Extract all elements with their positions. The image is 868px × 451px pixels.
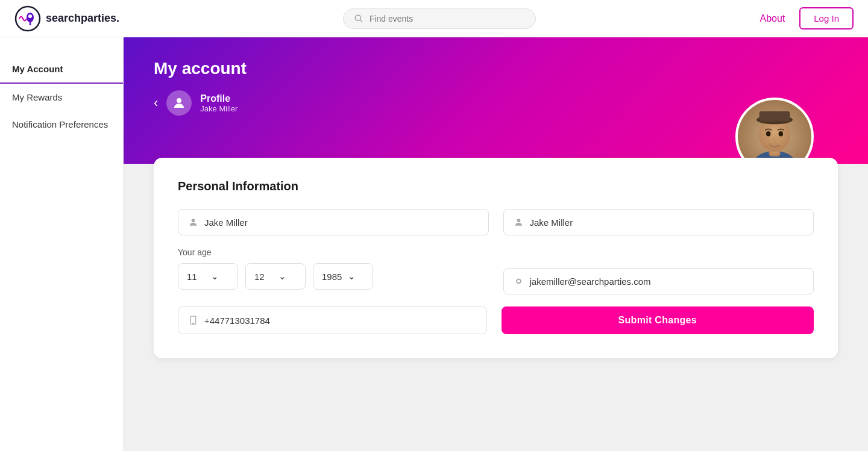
account-banner-title: My account	[154, 59, 838, 78]
svg-point-13	[192, 219, 195, 222]
header: searchparties. About Log In	[0, 0, 868, 37]
svg-point-11	[766, 131, 771, 136]
age-row: 11 ⌄ 12 ⌄ 1985 ⌄	[178, 263, 489, 290]
age-label: Your age	[178, 247, 489, 257]
first-name-input[interactable]	[204, 217, 479, 228]
person-icon-first	[188, 217, 198, 228]
main-content: My account ‹ Profile Jake Miller	[124, 37, 868, 451]
logo-area: searchparties.	[14, 5, 119, 32]
svg-point-2	[28, 14, 32, 18]
sidebar-item-my-account[interactable]: My Account	[0, 55, 123, 84]
person-icon-last	[514, 217, 524, 228]
logo-icon	[14, 5, 41, 32]
profile-username: Jake Miller	[200, 104, 237, 113]
chevron-down-year-icon: ⌄	[348, 271, 364, 282]
chevron-down-month-icon: ⌄	[278, 271, 297, 282]
chevron-down-day-icon: ⌄	[211, 271, 229, 282]
bottom-row: Submit Changes	[178, 306, 814, 334]
email-input[interactable]	[529, 276, 804, 287]
search-icon	[354, 14, 363, 23]
age-day-select[interactable]: 11 ⌄	[178, 263, 238, 290]
profile-label: Profile	[200, 93, 237, 104]
header-right: About Log In	[760, 7, 854, 30]
age-year-value: 1985	[322, 272, 342, 282]
svg-rect-10	[760, 111, 790, 122]
age-month-value: 12	[254, 272, 272, 282]
sidebar-item-my-rewards[interactable]: My Rewards	[0, 84, 123, 111]
content-area: Personal Information	[124, 164, 868, 451]
account-banner: My account ‹ Profile Jake Miller	[124, 37, 868, 164]
first-name-col	[178, 209, 489, 235]
account-circle-icon	[172, 96, 186, 110]
at-icon	[514, 276, 524, 287]
svg-point-12	[779, 131, 784, 136]
age-col: Your age 11 ⌄ 12 ⌄ 1985	[178, 247, 489, 294]
back-button[interactable]: ‹	[154, 96, 158, 110]
app-layout: My Account My Rewards Notification Prefe…	[0, 0, 868, 451]
last-name-input[interactable]	[529, 217, 804, 228]
email-field[interactable]	[503, 268, 814, 294]
svg-point-14	[517, 219, 520, 222]
phone-field[interactable]	[178, 306, 487, 334]
login-button[interactable]: Log In	[799, 7, 854, 30]
age-year-select[interactable]: 1985 ⌄	[313, 263, 373, 290]
phone-icon	[188, 315, 198, 326]
last-name-field[interactable]	[503, 209, 814, 235]
search-bar[interactable]	[343, 8, 536, 29]
last-name-col	[503, 209, 814, 235]
age-email-row: Your age 11 ⌄ 12 ⌄ 1985	[178, 247, 814, 294]
svg-point-16	[193, 323, 193, 323]
sidebar-item-notification-preferences[interactable]: Notification Preferences	[0, 111, 123, 138]
profile-info: Profile Jake Miller	[200, 93, 237, 113]
first-name-field[interactable]	[178, 209, 489, 235]
phone-input[interactable]	[204, 316, 477, 326]
about-link[interactable]: About	[760, 13, 785, 24]
email-col	[503, 247, 814, 294]
form-card: Personal Information	[154, 158, 838, 358]
search-input[interactable]	[370, 14, 524, 23]
form-title: Personal Information	[178, 179, 814, 193]
age-month-select[interactable]: 12 ⌄	[245, 263, 306, 290]
logo-text: searchparties.	[46, 12, 119, 25]
sidebar: My Account My Rewards Notification Prefe…	[0, 37, 124, 451]
age-day-value: 11	[187, 272, 205, 282]
profile-icon	[166, 90, 192, 116]
submit-button[interactable]: Submit Changes	[502, 306, 814, 334]
svg-point-4	[177, 98, 181, 103]
name-row	[178, 209, 814, 235]
